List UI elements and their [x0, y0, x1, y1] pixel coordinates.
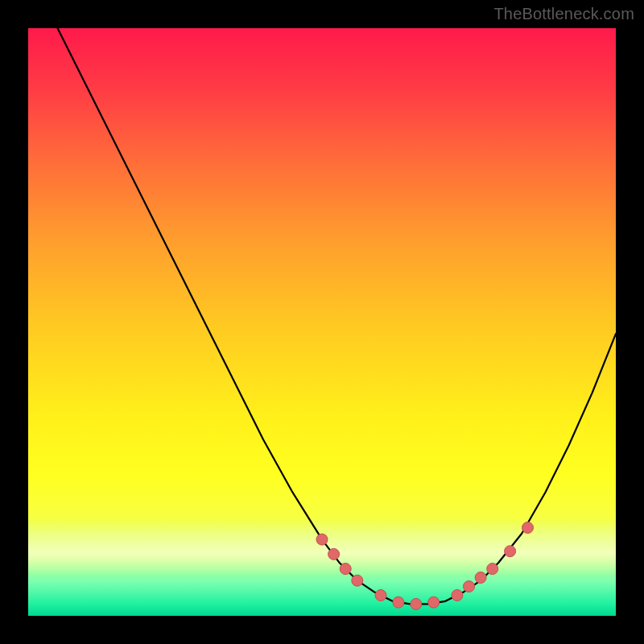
watermark-text: TheBottleneck.com — [493, 5, 634, 23]
chart-stage: TheBottleneck.com — [0, 0, 644, 644]
curve-marker — [340, 564, 351, 575]
bottleneck-curve — [58, 28, 617, 604]
curve-marker — [428, 597, 440, 608]
curve-marker — [375, 590, 386, 601]
marker-group — [316, 522, 534, 610]
curve-marker — [464, 581, 475, 592]
curve-marker — [522, 522, 534, 534]
curve-marker — [505, 546, 516, 557]
curve-marker — [411, 598, 422, 609]
curve-marker — [452, 590, 463, 601]
curve-marker — [475, 572, 486, 584]
curve-marker — [328, 548, 340, 559]
curve-marker — [487, 564, 498, 575]
plot-area — [28, 28, 616, 616]
curve-layer — [28, 28, 616, 616]
curve-marker — [316, 534, 328, 545]
curve-marker — [393, 597, 404, 608]
curve-marker — [352, 575, 363, 586]
